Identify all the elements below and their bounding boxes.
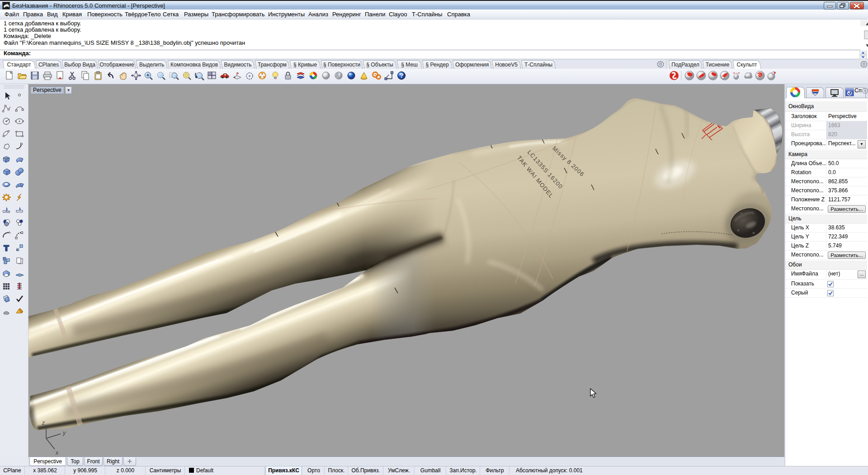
svg-text:z: z: [42, 420, 45, 426]
svg-text:x: x: [55, 450, 59, 456]
svg-text:?: ?: [400, 72, 404, 79]
svg-text:y: y: [62, 430, 66, 436]
